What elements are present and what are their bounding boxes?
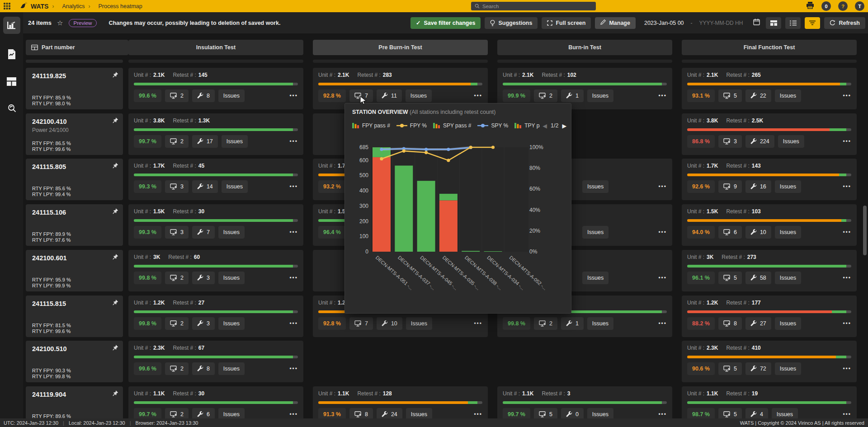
more-menu[interactable]: ••• — [843, 411, 851, 418]
pin-icon[interactable] — [112, 208, 118, 216]
date-to-input[interactable]: YYYY-MM-DD HH — [699, 20, 743, 26]
issues-button[interactable]: Issues — [775, 272, 801, 284]
repairs-button[interactable]: 8 — [192, 362, 215, 375]
stations-button[interactable]: 2 — [534, 89, 557, 102]
more-menu[interactable]: ••• — [289, 183, 298, 190]
more-menu[interactable]: ••• — [658, 93, 667, 99]
issues-button[interactable]: Issues — [218, 317, 245, 330]
part-card[interactable]: 241115.805RTY FPY: 85.6 %RTY LPY: 99.4 % — [26, 159, 123, 200]
stations-button[interactable]: 3 — [718, 135, 742, 148]
more-menu[interactable]: ••• — [658, 275, 667, 281]
repairs-button[interactable]: 14 — [192, 180, 218, 193]
stations-button[interactable]: 2 — [165, 272, 189, 284]
legend-item-spy-[interactable]: SPY % — [477, 122, 508, 129]
favorite-star-icon[interactable]: ☆ — [57, 19, 63, 27]
issues-button[interactable]: Issues — [775, 180, 801, 193]
more-menu[interactable]: ••• — [474, 93, 482, 99]
pin-icon[interactable] — [112, 253, 118, 262]
stations-button[interactable]: 9 — [718, 180, 742, 193]
part-card[interactable]: 242100.510RTY FPY: 90.3 %RTY LPY: 99.8 % — [26, 341, 123, 382]
stations-button[interactable]: 2 — [534, 317, 557, 330]
issues-button[interactable]: Issues — [775, 226, 801, 239]
repairs-button[interactable]: 1 — [561, 317, 584, 330]
stations-button[interactable]: 2 — [165, 317, 189, 330]
more-menu[interactable]: ••• — [843, 183, 851, 190]
more-menu[interactable]: ••• — [843, 138, 851, 145]
more-menu[interactable]: ••• — [289, 93, 298, 99]
sidebar-item-search[interactable] — [3, 100, 20, 117]
issues-button[interactable]: Issues — [406, 89, 432, 102]
issues-button[interactable]: Issues — [775, 317, 801, 330]
more-menu[interactable]: ••• — [289, 411, 298, 418]
repairs-button[interactable]: 8 — [192, 89, 215, 102]
sidebar-item-dashboard[interactable] — [3, 73, 20, 90]
more-menu[interactable]: ••• — [843, 229, 851, 235]
notifications-badge[interactable]: 0 — [821, 1, 831, 11]
search-input[interactable]: Search — [471, 2, 596, 10]
pager-prev-icon[interactable]: ◀ — [542, 122, 547, 129]
pin-icon[interactable] — [112, 299, 118, 307]
pin-icon[interactable] — [112, 117, 118, 125]
repairs-button[interactable]: 7 — [192, 226, 215, 239]
repairs-button[interactable]: 27 — [745, 317, 771, 330]
repairs-button[interactable]: 16 — [745, 180, 771, 193]
repairs-button[interactable]: 3 — [192, 272, 215, 284]
more-menu[interactable]: ••• — [843, 366, 851, 372]
repairs-button[interactable]: 224 — [745, 135, 774, 148]
pin-icon[interactable] — [112, 71, 118, 80]
column-header-part-number[interactable]: Part number — [26, 40, 128, 55]
help-button[interactable]: ? — [838, 1, 848, 11]
repairs-button[interactable]: 11 — [377, 89, 402, 102]
stations-button[interactable]: 5 — [718, 362, 742, 375]
repairs-button[interactable]: 10 — [377, 317, 402, 330]
column-header-final-function-test[interactable]: Final Function Test — [682, 40, 857, 55]
refresh-button[interactable]: Refresh — [824, 17, 865, 29]
stations-button[interactable]: 7 — [349, 317, 373, 330]
issues-button[interactable]: Issues — [218, 272, 245, 284]
sidebar-item-reports[interactable] — [3, 46, 20, 63]
part-card[interactable]: 242100.410Power 24/1000RTY FPY: 86.5 %RT… — [26, 113, 123, 155]
repairs-button[interactable]: 22 — [745, 89, 771, 102]
user-avatar[interactable]: T — [855, 1, 864, 11]
stations-button[interactable]: 6 — [718, 226, 742, 239]
issues-button[interactable]: Issues — [218, 362, 245, 375]
issues-button[interactable]: Issues — [406, 317, 432, 330]
breadcrumb-analytics[interactable]: Analytics — [62, 3, 85, 9]
issues-button[interactable]: Issues — [218, 226, 245, 239]
issues-button[interactable]: Issues — [582, 226, 609, 239]
date-from-input[interactable]: 2023-Jan-05 00 — [644, 20, 684, 26]
repairs-button[interactable]: 58 — [745, 272, 771, 284]
app-grid-icon[interactable] — [0, 0, 14, 12]
issues-button[interactable]: Issues — [775, 362, 801, 375]
stations-button[interactable]: 2 — [165, 362, 189, 375]
pin-icon[interactable] — [112, 344, 118, 352]
column-header-pre-burn-in-test[interactable]: Pre Burn-in Test — [313, 40, 488, 55]
pager-next-icon[interactable]: ▶ — [562, 122, 566, 129]
column-header-insulation-test[interactable]: Insulation Test — [128, 40, 303, 55]
part-card[interactable]: 241119.825RTY FPY: 85.9 %RTY LPY: 98.0 % — [26, 68, 123, 109]
repairs-button[interactable]: 3 — [192, 317, 215, 330]
issues-button[interactable]: Issues — [222, 135, 248, 148]
card-view-button[interactable] — [766, 17, 781, 29]
stations-button[interactable]: 3 — [165, 180, 189, 193]
stations-button[interactable]: 2 — [165, 89, 189, 102]
suggestions-button[interactable]: Suggestions — [485, 17, 538, 29]
fullscreen-button[interactable]: Full screen — [542, 17, 591, 29]
legend-item-spy-pass-[interactable]: SPY pass # — [433, 122, 471, 129]
issues-button[interactable]: Issues — [582, 180, 609, 193]
more-menu[interactable]: ••• — [843, 93, 851, 99]
stations-button[interactable]: 8 — [718, 317, 742, 330]
print-icon[interactable] — [806, 2, 814, 11]
more-menu[interactable]: ••• — [474, 411, 482, 418]
breadcrumb-process-heatmap[interactable]: Process heatmap — [98, 3, 142, 9]
more-menu[interactable]: ••• — [658, 411, 667, 418]
wats-logo[interactable]: WATS — [20, 2, 48, 10]
issues-button[interactable]: Issues — [582, 272, 609, 284]
part-card[interactable]: 241115.815RTY FPY: 81.5 %RTY LPY: 99.6 % — [26, 296, 123, 337]
more-menu[interactable]: ••• — [658, 320, 667, 327]
list-view-button[interactable] — [785, 17, 801, 29]
part-card[interactable]: 242100.601RTY FPY: 95.9 %RTY LPY: 99.9 % — [26, 250, 123, 291]
part-card[interactable]: 241115.106RTY FPY: 89.9 %RTY LPY: 97.6 % — [26, 204, 123, 246]
more-menu[interactable]: ••• — [658, 183, 667, 190]
sidebar-item-analytics[interactable] — [3, 17, 20, 34]
